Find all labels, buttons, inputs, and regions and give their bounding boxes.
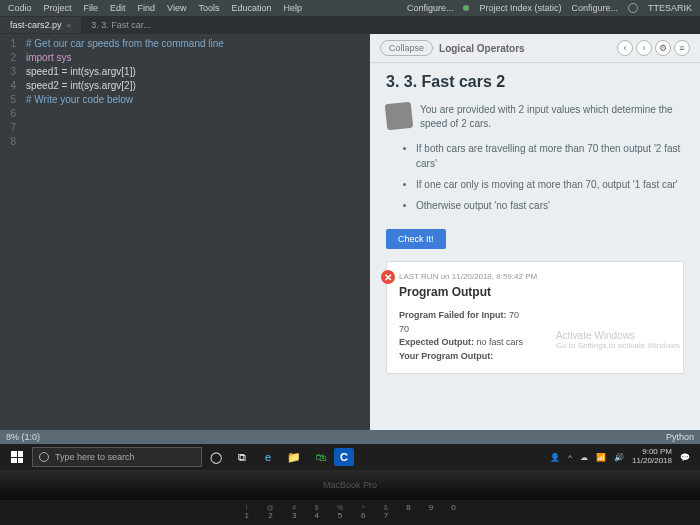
fail-label: Program Failed for Input: xyxy=(399,310,507,320)
gear-icon[interactable]: ⚙ xyxy=(655,40,671,56)
tab-fastcars2[interactable]: fast-cars2.py × xyxy=(0,17,81,33)
guide-panel: Collapse Logical Operators ‹ › ⚙ ≡ 3. 3.… xyxy=(370,34,700,430)
tray-people-icon[interactable]: 👤 xyxy=(550,453,560,462)
program-output-title: Program Output xyxy=(399,285,671,299)
user-label[interactable]: TTESARIK xyxy=(648,3,692,13)
fail-input: 70 xyxy=(509,310,519,320)
run-indicator-icon xyxy=(463,5,469,11)
menu-help[interactable]: Help xyxy=(283,3,302,13)
menu-configure2[interactable]: Configure... xyxy=(571,3,618,13)
line-gutter: 12345678 xyxy=(0,34,20,430)
menu-bar: Codio Project File Edit Find View Tools … xyxy=(0,0,700,16)
search-placeholder: Type here to search xyxy=(55,452,135,462)
next-icon[interactable]: › xyxy=(636,40,652,56)
cortana-icon[interactable]: ◯ xyxy=(204,446,228,468)
page-title: 3. 3. Fast cars 2 xyxy=(386,73,684,91)
taskview-icon[interactable]: ⧉ xyxy=(230,446,254,468)
codeblocks-icon[interactable]: C xyxy=(334,448,354,466)
fail-input2: 70 xyxy=(399,324,409,334)
last-run-label: LAST RUN on 11/20/2018, 8:59:42 PM xyxy=(399,272,671,281)
lesson-icon xyxy=(385,102,414,131)
collapse-button[interactable]: Collapse xyxy=(380,40,433,56)
status-language: Python xyxy=(666,432,694,442)
menu-edit[interactable]: Edit xyxy=(110,3,126,13)
edge-icon[interactable]: e xyxy=(256,446,280,468)
menu-project-index[interactable]: Project Index (static) xyxy=(479,3,561,13)
code-content[interactable]: # Get our car speeds from the command li… xyxy=(20,34,370,430)
menu-view[interactable]: View xyxy=(167,3,186,13)
prev-icon[interactable]: ‹ xyxy=(617,40,633,56)
explorer-icon[interactable]: 📁 xyxy=(282,446,306,468)
notifications-icon[interactable]: 💬 xyxy=(680,453,690,462)
tray-cloud-icon[interactable]: ☁ xyxy=(580,453,588,462)
menu-icon[interactable]: ≡ xyxy=(674,40,690,56)
tray-volume-icon[interactable]: 🔊 xyxy=(614,453,624,462)
tab-label: fast-cars2.py xyxy=(10,20,62,30)
keyboard: !1 @2 #3 $4 %5 ^6 &7 8 9 0 xyxy=(0,500,700,525)
status-position: 8% (1:0) xyxy=(6,432,40,442)
code-editor[interactable]: 12345678 # Get our car speeds from the c… xyxy=(0,34,370,430)
check-button[interactable]: Check It! xyxy=(386,229,446,249)
windows-taskbar: Type here to search ◯ ⧉ e 📁 🛍 C 👤 ^ ☁ 📶 … xyxy=(0,444,700,470)
menu-tools[interactable]: Tools xyxy=(198,3,219,13)
macbook-bezel: MacBook Pro xyxy=(0,470,700,500)
list-item: If one car only is moving at more than 7… xyxy=(416,177,684,192)
list-item: Otherwise output 'no fast cars' xyxy=(416,198,684,213)
intro-text: You are provided with 2 input values whi… xyxy=(420,103,684,131)
menu-codio[interactable]: Codio xyxy=(8,3,32,13)
tab-bar: fast-cars2.py × 3. 3. Fast car... xyxy=(0,16,700,34)
list-item: If both cars are travelling at more than… xyxy=(416,141,684,171)
menu-project[interactable]: Project xyxy=(44,3,72,13)
expected-label: Expected Output: xyxy=(399,337,474,347)
fail-icon: ✕ xyxy=(381,270,395,284)
output-box: ✕ LAST RUN on 11/20/2018, 8:59:42 PM Pro… xyxy=(386,261,684,374)
power-icon[interactable] xyxy=(628,3,638,13)
search-icon xyxy=(39,452,49,462)
search-input[interactable]: Type here to search xyxy=(32,447,202,467)
rules-list: If both cars are travelling at more than… xyxy=(416,141,684,213)
menu-education[interactable]: Education xyxy=(231,3,271,13)
menu-find[interactable]: Find xyxy=(138,3,156,13)
status-bar: 8% (1:0) Python xyxy=(0,430,700,444)
clock[interactable]: 9:00 PM11/20/2018 xyxy=(632,448,672,466)
start-button[interactable] xyxy=(4,446,30,468)
breadcrumb: Logical Operators xyxy=(439,43,525,54)
store-icon[interactable]: 🛍 xyxy=(308,446,332,468)
your-output-label: Your Program Output: xyxy=(399,351,493,361)
menu-file[interactable]: File xyxy=(84,3,99,13)
close-icon[interactable]: × xyxy=(67,21,72,30)
tray-up-icon[interactable]: ^ xyxy=(568,453,572,462)
tray-wifi-icon[interactable]: 📶 xyxy=(596,453,606,462)
menu-configure[interactable]: Configure... xyxy=(407,3,454,13)
expected-value: no fast cars xyxy=(477,337,524,347)
tab-guide[interactable]: 3. 3. Fast car... xyxy=(81,17,161,33)
